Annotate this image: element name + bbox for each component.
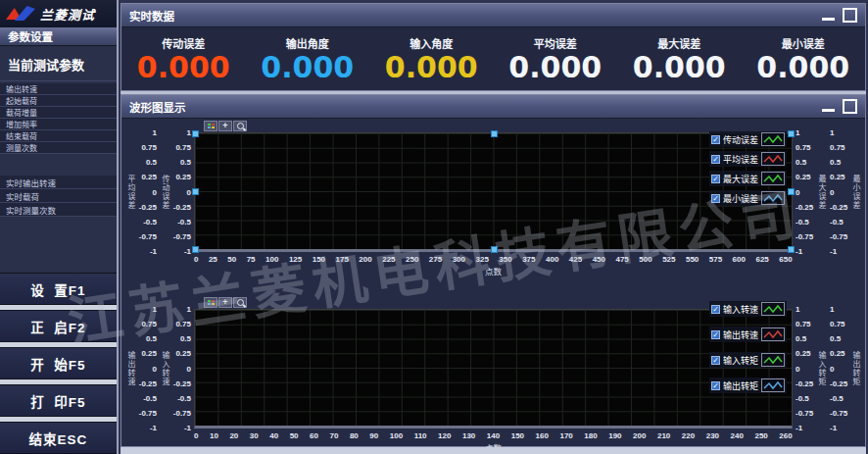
sidebar-item-param[interactable]: 测量次数 [0,142,117,154]
y-tick-label: 0.25 [830,173,850,181]
param-list: 输出转速起始载荷载荷增量增加频率结束载荷测量次数 [0,83,117,154]
y-tick-label: -0.75 [830,409,850,418]
y-tick-label: 1 [830,305,850,314]
sidebar-item-realtime[interactable]: 实时测量次数 [0,203,117,217]
y-tick-label: 0 [136,365,157,374]
y-axis-ticks: 10.750.50.250-0.25-0.5-0.75-1 [170,305,194,432]
graph-palette-icon[interactable] [204,121,217,131]
y-tick-label: 0.25 [136,349,157,358]
sidebar-item-param[interactable]: 输出转速 [0,83,117,95]
function-button[interactable]: 正 启F2 [0,310,117,342]
y-tick-label: 0.75 [796,320,816,328]
x-tick-label: 170 [559,431,572,440]
chart: +输出转速10.750.50.250-0.25-0.5-0.75-1输入转速10… [121,295,865,454]
sidebar-item-realtime[interactable]: 实时输出转速 [0,176,117,189]
sidebar-item-param[interactable]: 起始载荷 [0,95,117,107]
selection-handle[interactable] [192,130,199,137]
selection-handle[interactable] [788,188,795,195]
selection-handle[interactable] [788,246,795,253]
legend-checkbox[interactable]: ✓ [711,175,720,183]
legend-checkbox[interactable]: ✓ [711,155,720,164]
legend-label: 输入转速 [723,303,758,316]
crosshair-tool-icon[interactable]: + [218,121,232,131]
function-button[interactable]: 打 印F5 [0,384,117,417]
x-tick-label: 130 [462,431,475,440]
y-axis-ticks: 10.750.50.250-0.25-0.5-0.75-1 [170,128,194,256]
legend-item[interactable]: ✓输出转速 [709,327,787,342]
x-axis-label: 点数 [194,265,793,277]
legend-item[interactable]: ✓最大误差 [709,171,787,186]
y-tick-label: 1 [170,305,191,314]
chart: +平均误差10.750.50.250-0.25-0.5-0.75-1传动误差10… [121,119,865,295]
maximize-icon[interactable] [843,8,857,23]
y-tick-label: -1 [170,424,191,432]
x-tick-label: 450 [593,255,605,264]
minimize-icon[interactable] [822,18,835,21]
legend-item[interactable]: ✓平均误差 [709,151,787,167]
legend-item[interactable]: ✓最小误差 [709,190,787,206]
legend-checkbox[interactable]: ✓ [711,305,720,314]
graph-palette-icon[interactable] [204,297,217,308]
selection-handle[interactable] [491,130,498,137]
magnifier-glyph [237,299,244,306]
y-tick-label: 0.75 [830,143,850,152]
x-tick-label: 150 [511,431,524,440]
selection-handle[interactable] [192,188,199,195]
crosshair-tool-icon[interactable]: + [218,297,232,308]
selection-handle[interactable] [491,246,498,253]
metric-label: 输出角度 [286,35,329,51]
sidebar-item-param[interactable]: 增加频率 [0,119,117,130]
y-tick-label: -0.75 [796,409,816,418]
legend-item[interactable]: ✓输出转矩 [709,378,787,393]
panel-divider [121,91,866,94]
plot-legend: ✓输入转速✓输出转速✓输入转矩✓输出转矩 [709,301,787,393]
y-axis-title: 输入转矩 [816,309,827,429]
function-button[interactable]: 开 始F5 [0,347,117,379]
function-button[interactable]: 结束ESC [0,422,117,454]
selection-handle[interactable] [788,130,795,137]
legend-line-icon [761,132,785,146]
legend-label: 平均误差 [723,153,758,166]
x-tick-label: 120 [438,431,451,440]
x-tick-label: 260 [779,431,792,440]
maximize-icon[interactable] [843,99,857,114]
x-axis-ticks: 0255075100125150175200225250275300325350… [194,255,793,264]
x-tick-label: 100 [390,431,403,440]
legend-checkbox[interactable]: ✓ [711,330,720,339]
legend-checkbox[interactable]: ✓ [711,135,720,144]
minimize-icon[interactable] [822,109,835,112]
selection-handle[interactable] [192,246,199,253]
legend-checkbox[interactable]: ✓ [711,381,720,390]
sidebar-section-settings[interactable]: 参数设置 [0,27,117,46]
x-tick-label: 150 [313,255,325,264]
legend-checkbox[interactable]: ✓ [711,356,720,365]
x-tick-label: 190 [608,431,621,440]
y-tick-label: 0.5 [136,334,157,343]
plot-area[interactable] [194,309,793,429]
y-tick-label: -0.5 [796,218,816,227]
y-tick-label: 0.5 [796,334,816,343]
metric: 输入角度0.000 [369,27,494,90]
y-axis-title: 输出转矩 [850,309,861,429]
function-button[interactable]: 设 置F1 [0,273,117,305]
y-tick-label: -0.75 [136,409,157,418]
metric-label: 传动误差 [162,35,205,51]
sidebar-item-param[interactable]: 结束载荷 [0,130,117,142]
y-tick-label: -0.75 [830,232,850,241]
metric-label: 输入角度 [410,35,453,51]
realtime-panel-header: 实时数据 [121,4,865,27]
plot-area[interactable] [194,132,793,252]
y-tick-label: 1 [136,128,157,137]
zoom-tool-icon[interactable] [233,121,247,131]
legend-line-icon [761,302,785,316]
sidebar-item-realtime[interactable]: 实时载荷 [0,189,117,203]
x-tick-label: 20 [229,431,238,440]
legend-checkbox[interactable]: ✓ [711,194,720,203]
legend-item[interactable]: ✓传动误差 [709,131,787,147]
sidebar-item-param[interactable]: 载荷增量 [0,107,117,119]
zoom-tool-icon[interactable] [233,297,247,308]
metric-label: 平均误差 [534,35,577,51]
y-axis-ticks: 10.750.50.250-0.25-0.5-0.75-1 [136,128,160,256]
legend-item[interactable]: ✓输入转矩 [709,352,787,368]
legend-item[interactable]: ✓输入转速 [709,301,787,317]
